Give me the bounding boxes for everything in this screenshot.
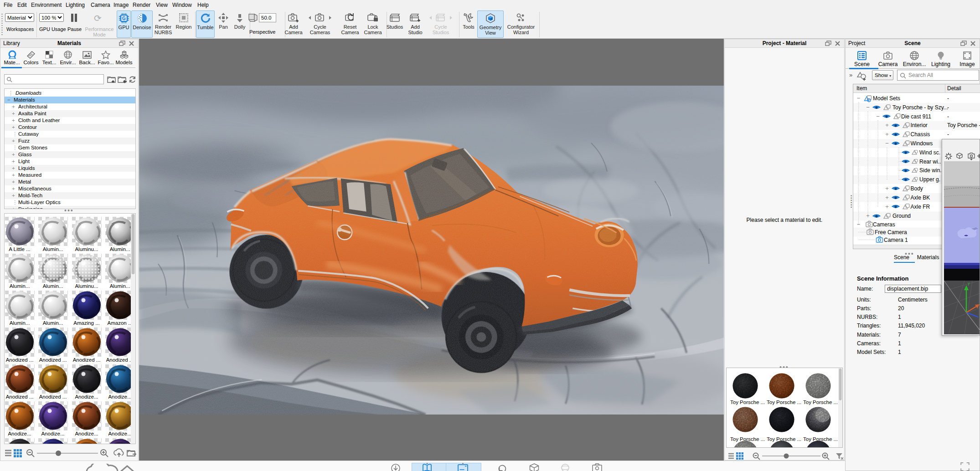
svg-text:Aluminu...: Aluminu... <box>75 246 98 252</box>
svg-text:Toy Porsche - I: Toy Porsche - I <box>947 122 980 128</box>
svg-text:+: + <box>885 203 889 210</box>
svg-text:Toy Porsche ...: Toy Porsche ... <box>767 399 801 405</box>
svg-text:+: + <box>885 131 889 138</box>
svg-text:Windows: Windows <box>911 140 933 147</box>
svg-text:Alumin...: Alumin... <box>43 320 63 326</box>
svg-text:−: − <box>857 95 861 102</box>
svg-text:y: y <box>968 281 970 286</box>
svg-text:Rear wi..: Rear wi.. <box>919 159 941 165</box>
svg-text:-: - <box>947 95 949 102</box>
svg-text:Anodized ...: Anodized ... <box>6 357 34 363</box>
svg-text:Alumin...: Alumin... <box>43 283 63 289</box>
svg-text:−: − <box>885 140 889 147</box>
svg-text:Alumin...: Alumin... <box>10 283 30 289</box>
svg-text:Cameras: Cameras <box>873 221 895 228</box>
svg-text:Wind sc.: Wind sc. <box>919 149 940 156</box>
svg-text:Toy Porsche ...: Toy Porsche ... <box>730 436 765 442</box>
svg-text:+: + <box>885 194 889 201</box>
svg-text:Side win.: Side win. <box>919 167 942 174</box>
svg-text:Axle BK: Axle BK <box>911 195 930 201</box>
svg-text:Toy Porsche ...: Toy Porsche ... <box>730 399 765 405</box>
svg-text:+: + <box>885 122 889 128</box>
svg-text:G: G <box>122 16 126 21</box>
svg-text:Aluminu...: Aluminu... <box>75 283 98 289</box>
svg-text:Alumin...: Alumin... <box>110 246 130 252</box>
svg-text:+: + <box>866 212 870 219</box>
svg-text:Anodize...: Anodize... <box>108 431 131 436</box>
svg-text:Axle FR: Axle FR <box>911 204 930 210</box>
svg-text:Upper g.: Upper g. <box>919 176 940 183</box>
svg-text:Toy Porsche ...: Toy Porsche ... <box>767 436 801 442</box>
svg-text:Model Sets: Model Sets <box>873 95 900 102</box>
svg-text:Anodize...: Anodize... <box>75 394 98 399</box>
svg-text:Anodized ...: Anodized ... <box>39 394 67 399</box>
svg-text:−: − <box>857 221 861 228</box>
svg-text:Body: Body <box>911 185 923 192</box>
svg-text:-: - <box>947 131 949 138</box>
svg-text:Anodize...: Anodize... <box>75 431 98 436</box>
svg-text:Anodized ...: Anodized ... <box>39 357 67 363</box>
svg-text:Anodized ...: Anodized ... <box>6 394 34 399</box>
svg-text:+: + <box>885 185 889 192</box>
svg-text:-: - <box>947 104 949 111</box>
svg-text:Interior: Interior <box>911 122 928 128</box>
svg-text:Amazon ...: Amazon ... <box>108 320 133 326</box>
svg-text:Alumin...: Alumin... <box>43 246 63 252</box>
svg-text:-: - <box>947 113 949 120</box>
svg-text:Alumin...: Alumin... <box>10 320 30 326</box>
svg-text:Anodize...: Anodize... <box>41 431 64 436</box>
svg-text:Anodize...: Anodize... <box>108 394 131 399</box>
svg-text:Free Camera: Free Camera <box>875 229 907 236</box>
svg-text:Toy Porsche ...: Toy Porsche ... <box>803 399 838 405</box>
svg-text:Camera 1: Camera 1 <box>884 237 908 243</box>
svg-text:Toy Porsche - by Szy...: Toy Porsche - by Szy... <box>892 104 948 111</box>
svg-text:Alumin...: Alumin... <box>110 283 130 289</box>
svg-text:Chassis: Chassis <box>911 131 930 138</box>
svg-text:A Little ...: A Little ... <box>9 246 30 252</box>
svg-text:Anodized ...: Anodized ... <box>106 357 134 363</box>
svg-text:Toy Porsche ...: Toy Porsche ... <box>803 436 838 442</box>
svg-text:−: − <box>876 113 880 120</box>
svg-text:Anodize...: Anodize... <box>8 431 31 436</box>
svg-text:Amazing ...: Amazing ... <box>73 320 100 326</box>
svg-text:Die cast 911: Die cast 911 <box>901 113 931 120</box>
svg-text:−: − <box>866 104 870 111</box>
svg-text:Ground: Ground <box>892 213 911 219</box>
svg-text:Anodized ...: Anodized ... <box>73 357 101 363</box>
